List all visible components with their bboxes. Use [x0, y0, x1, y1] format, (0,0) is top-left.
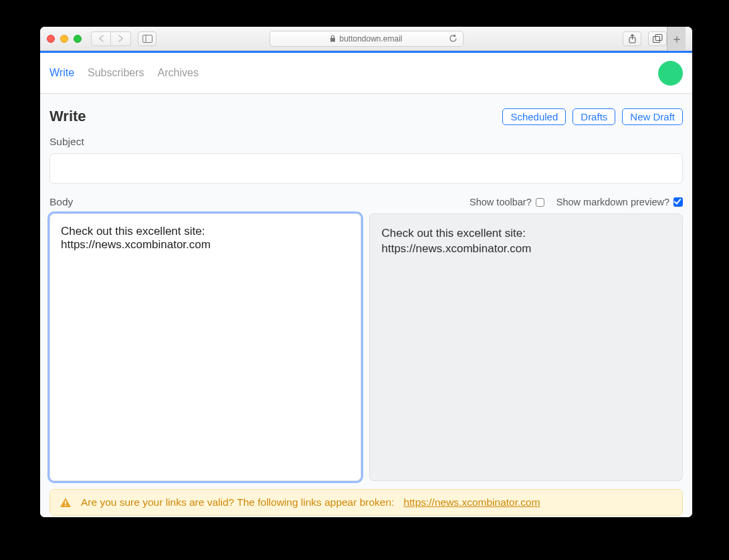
page-actions: Scheduled Drafts New Draft	[502, 108, 683, 125]
nav-subscribers[interactable]: Subscribers	[88, 67, 144, 79]
sidebar-toggle-button[interactable]	[138, 31, 157, 46]
titlebar-right-buttons	[623, 31, 667, 46]
show-toolbar-option[interactable]: Show toolbar?	[470, 197, 544, 207]
svg-rect-2	[330, 38, 335, 42]
window-controls	[47, 35, 82, 43]
tabs-button[interactable]	[648, 31, 667, 46]
url-bar[interactable]: buttondown.email	[270, 31, 463, 47]
show-preview-checkbox[interactable]	[673, 197, 683, 207]
subject-label: Subject	[49, 136, 683, 148]
body-preview: Check out this excellent site: https://n…	[369, 213, 684, 481]
svg-rect-4	[653, 37, 659, 43]
subject-input[interactable]	[49, 153, 683, 184]
show-toolbar-label: Show toolbar?	[470, 197, 532, 207]
browser-window: buttondown.email ＋ Write Subscribers Arc…	[40, 27, 692, 517]
maximize-icon[interactable]	[74, 35, 82, 43]
svg-rect-6	[65, 500, 66, 504]
link-warning: Are you sure your links are valid? The f…	[49, 489, 683, 516]
reload-icon[interactable]	[449, 34, 457, 43]
page-content: Write Scheduled Drafts New Draft Subject…	[40, 94, 692, 517]
nav-write[interactable]: Write	[49, 67, 74, 79]
lock-icon	[330, 35, 336, 42]
new-draft-button[interactable]: New Draft	[622, 108, 683, 125]
body-editor[interactable]	[49, 213, 361, 481]
warning-message: Are you sure your links are valid? The f…	[81, 496, 394, 508]
body-columns: Check out this excellent site: https://n…	[49, 213, 683, 481]
body-label: Body	[49, 196, 73, 208]
history-buttons	[91, 31, 131, 46]
new-tab-button[interactable]: ＋	[667, 27, 686, 51]
show-toolbar-checkbox[interactable]	[536, 198, 544, 207]
nav-archives[interactable]: Archives	[158, 67, 199, 79]
svg-point-7	[65, 504, 66, 506]
show-preview-label: Show markdown preview?	[556, 197, 669, 207]
app-nav: Write Subscribers Archives	[40, 51, 692, 94]
page-title: Write	[49, 108, 86, 125]
share-button[interactable]	[623, 31, 641, 46]
minimize-icon[interactable]	[60, 35, 68, 43]
body-options: Show toolbar? Show markdown preview?	[470, 197, 683, 207]
close-icon[interactable]	[47, 35, 55, 43]
svg-rect-5	[655, 35, 662, 41]
broken-link[interactable]: https://news.xcombinator.com	[403, 496, 540, 508]
scheduled-button[interactable]: Scheduled	[502, 108, 566, 125]
warning-icon	[60, 497, 72, 508]
forward-button[interactable]	[111, 31, 131, 46]
drafts-button[interactable]: Drafts	[572, 108, 615, 125]
body-header: Body Show toolbar? Show markdown preview…	[49, 196, 683, 208]
page-header: Write Scheduled Drafts New Draft	[49, 108, 683, 125]
browser-titlebar: buttondown.email ＋	[40, 27, 692, 51]
back-button[interactable]	[91, 31, 111, 46]
url-host-text: buttondown.email	[339, 34, 402, 43]
svg-rect-0	[142, 35, 152, 42]
show-preview-option[interactable]: Show markdown preview?	[556, 197, 683, 207]
avatar[interactable]	[658, 61, 683, 86]
